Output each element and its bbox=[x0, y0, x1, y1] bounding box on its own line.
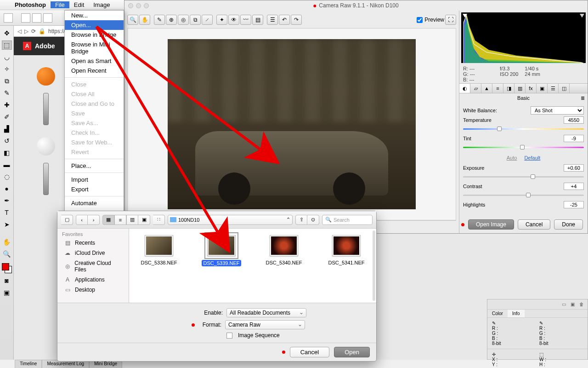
lasso-tool-icon[interactable]: ◡ bbox=[2, 52, 12, 62]
redeye-icon[interactable]: 👁 bbox=[228, 15, 239, 25]
adj-brush-icon[interactable]: 〰 bbox=[240, 15, 251, 25]
folder-path[interactable]: 100ND10⌃ bbox=[168, 215, 293, 225]
tab-basic-icon[interactable]: ◐ bbox=[459, 84, 470, 93]
auto-link[interactable]: Auto bbox=[507, 155, 517, 161]
fullscreen-icon[interactable]: ⛶ bbox=[445, 15, 456, 25]
zoom-icon[interactable]: 🔍 bbox=[127, 15, 138, 25]
wb-tool-icon[interactable]: ✎ bbox=[154, 15, 165, 25]
file-item[interactable]: DSC_5340.NEF bbox=[259, 235, 309, 265]
sidebar-recents[interactable]: ▤Recents bbox=[57, 238, 129, 248]
sidebar-icloud[interactable]: ☁iCloud Drive bbox=[57, 248, 129, 258]
straighten-icon[interactable]: ⟋ bbox=[202, 15, 213, 25]
marquee-tool-icon[interactable]: ⬚ bbox=[2, 40, 12, 50]
window-close-icon[interactable] bbox=[128, 3, 133, 8]
eyedropper-tool-icon[interactable]: ✎ bbox=[2, 88, 12, 98]
gradient-tool-icon[interactable]: ▬ bbox=[2, 160, 12, 169]
preview-checkbox[interactable]: Preview bbox=[417, 17, 444, 23]
contrast-slider[interactable] bbox=[463, 192, 584, 198]
menu-revert[interactable]: Revert bbox=[65, 147, 124, 157]
hand-tool-icon[interactable]: ✋ bbox=[2, 237, 12, 247]
highlights-value[interactable]: -25 bbox=[564, 201, 584, 208]
rotate-ccw-icon[interactable]: ↶ bbox=[279, 15, 290, 25]
menu-close-goto[interactable]: Close and Go to bbox=[65, 99, 124, 109]
opt-1[interactable] bbox=[21, 13, 30, 23]
menu-close-all[interactable]: Close All bbox=[65, 89, 124, 99]
move-tool-icon[interactable]: ✥ bbox=[2, 29, 12, 38]
menu-edit[interactable]: Edit bbox=[69, 1, 89, 8]
tab-presets-icon[interactable]: ☰ bbox=[548, 84, 559, 93]
eyedropper-icon[interactable]: ✎ bbox=[492, 321, 496, 326]
stamp-tool-icon[interactable]: ▟ bbox=[2, 124, 12, 133]
tab-color[interactable]: Color bbox=[487, 310, 508, 317]
sidebar-desktop[interactable]: ▭Desktop bbox=[57, 285, 129, 295]
screenmode-icon[interactable]: ▣ bbox=[2, 288, 12, 297]
view-columns-icon[interactable]: ▥ bbox=[126, 215, 138, 225]
open-image-button[interactable]: Open Image bbox=[468, 219, 514, 230]
color-sampler-icon[interactable]: ⊕ bbox=[166, 15, 177, 25]
rotate-cw-icon[interactable]: ↷ bbox=[291, 15, 302, 25]
view-list-icon[interactable]: ≡ bbox=[114, 215, 126, 225]
prefs-icon[interactable]: ☰ bbox=[267, 15, 278, 25]
forward-button[interactable]: › bbox=[88, 215, 100, 225]
dialog-open-button[interactable]: Open bbox=[334, 347, 370, 357]
exposure-value[interactable]: +0.60 bbox=[564, 164, 584, 172]
back-button[interactable]: ‹ bbox=[76, 215, 88, 225]
menu-check-in[interactable]: Check In... bbox=[65, 128, 124, 138]
menu-file[interactable]: File bbox=[51, 1, 69, 8]
sidebar-cc[interactable]: ◎Creative Cloud Files bbox=[57, 258, 129, 275]
zoom-tool-icon[interactable]: 🔍 bbox=[2, 249, 12, 259]
path-tool-icon[interactable]: ➤ bbox=[2, 220, 12, 229]
menu-open[interactable]: Open... bbox=[65, 20, 124, 30]
done-button[interactable]: Done bbox=[554, 219, 583, 230]
menu-close[interactable]: Close bbox=[65, 80, 124, 89]
menu-save-as[interactable]: Save As... bbox=[65, 118, 124, 128]
menu-browse-mini[interactable]: Browse in Mini Bridge bbox=[65, 40, 124, 56]
default-link[interactable]: Default bbox=[524, 155, 540, 161]
quickmask-icon[interactable]: ◙ bbox=[2, 276, 12, 285]
menu-browse-bridge[interactable]: Browse in Bridge bbox=[65, 30, 124, 40]
folder-icon[interactable]: ▭ bbox=[562, 302, 566, 307]
dodge-tool-icon[interactable]: ● bbox=[2, 184, 12, 193]
camera-icon[interactable]: ▣ bbox=[571, 302, 575, 307]
wb-select[interactable]: As Shot bbox=[531, 106, 584, 115]
type-tool-icon[interactable]: T bbox=[2, 208, 12, 217]
menu-import[interactable]: Import bbox=[65, 175, 124, 184]
menu-app[interactable]: Photoshop bbox=[10, 1, 51, 8]
menu-automate[interactable]: Automate bbox=[65, 198, 124, 208]
share-icon[interactable]: ⇪ bbox=[295, 215, 307, 225]
view-icons-icon[interactable]: ▦ bbox=[102, 215, 114, 225]
marquee-icon[interactable] bbox=[4, 13, 13, 23]
scrollbar[interactable] bbox=[373, 230, 375, 301]
window-max-icon[interactable] bbox=[144, 3, 149, 8]
menu-save-web[interactable]: Save for Web... bbox=[65, 138, 124, 147]
tab-detail-icon[interactable]: ▲ bbox=[481, 84, 492, 93]
tab-camera-icon[interactable]: ▣ bbox=[537, 84, 548, 93]
target-adj-icon[interactable]: ◎ bbox=[178, 15, 189, 25]
file-item[interactable]: DSC_5341.NEF bbox=[321, 235, 372, 265]
brush-tool-icon[interactable]: ✐ bbox=[2, 112, 12, 121]
file-item-selected[interactable]: DSC_5339.NEF bbox=[196, 235, 247, 266]
menu-place[interactable]: Place... bbox=[65, 161, 124, 171]
tint-value[interactable]: -9 bbox=[564, 135, 584, 142]
tags-icon[interactable]: ⊙ bbox=[307, 215, 319, 225]
crop-tool-icon[interactable]: ⧉ bbox=[2, 76, 12, 86]
grad-filter-icon[interactable]: ▤ bbox=[252, 15, 263, 25]
menu-export[interactable]: Export bbox=[65, 184, 124, 194]
menu-open-smart[interactable]: Open as Smart bbox=[65, 56, 124, 66]
heal-tool-icon[interactable]: ✚ bbox=[2, 100, 12, 109]
menu-new[interactable]: New... bbox=[65, 11, 124, 20]
menu-image[interactable]: Image bbox=[89, 1, 114, 8]
spot-icon[interactable]: ✦ bbox=[216, 15, 227, 25]
image-sequence-checkbox[interactable] bbox=[226, 333, 232, 339]
menu-open-recent[interactable]: Open Recent bbox=[65, 66, 124, 75]
tab-timeline[interactable]: Timeline bbox=[15, 360, 42, 368]
temp-slider[interactable] bbox=[463, 126, 584, 132]
tab-split-icon[interactable]: ◨ bbox=[503, 84, 514, 93]
tab-curve-icon[interactable]: ▱ bbox=[470, 84, 481, 93]
view
-gallery-icon[interactable]: ▣ bbox=[138, 215, 150, 225]
cancel-button[interactable]: Cancel bbox=[518, 219, 550, 230]
opt-2[interactable] bbox=[32, 13, 41, 23]
search-field[interactable]: 🔍Search bbox=[322, 215, 373, 225]
trash-icon[interactable]: 🗑 bbox=[579, 302, 584, 307]
tab-info[interactable]: Info bbox=[508, 310, 525, 317]
